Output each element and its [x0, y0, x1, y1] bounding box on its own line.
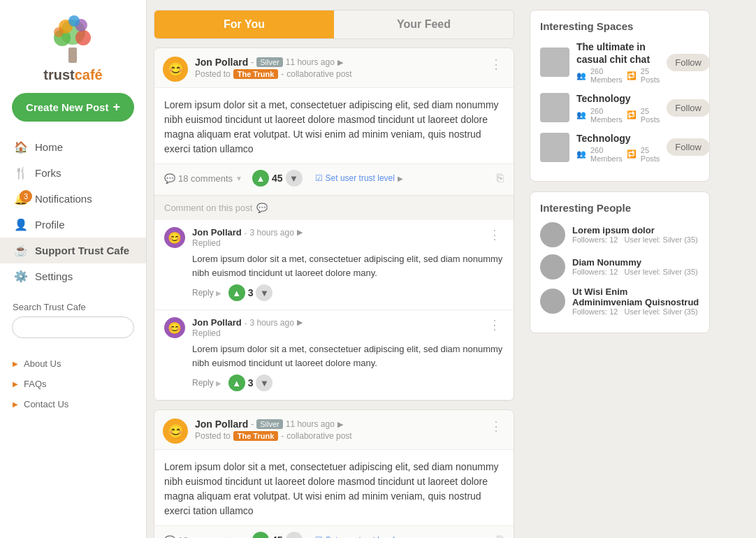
follow-button-1[interactable]: Follow — [667, 99, 710, 117]
space-name-2: Technology — [576, 132, 660, 145]
tab-your-feed[interactable]: Your Feed — [334, 10, 514, 38]
follow-button-2[interactable]: Follow — [667, 138, 710, 156]
nav-menu: 🏠 Home 🍴 Forks 🔔 3 Notifications 👤 Profi… — [0, 134, 146, 289]
notifications-badge: 3 — [20, 190, 32, 203]
footer-link-contact[interactable]: ▶ Contact Us — [0, 394, 146, 414]
tab-for-you[interactable]: For You — [154, 10, 334, 38]
svg-point-6 — [68, 15, 80, 27]
logo-area: trustcafé — [43, 11, 102, 83]
interesting-people-widget: Interesting People Lorem ipsum dolor Fol… — [530, 191, 710, 333]
search-input[interactable] — [12, 317, 134, 338]
reply-label-1: Reply — [192, 288, 214, 298]
posted-to-label-1: Posted to — [195, 69, 231, 79]
sidebar-item-support[interactable]: ☕ Support Trust Cafe — [0, 238, 146, 263]
sidebar-item-forks[interactable]: 🍴 Forks — [0, 160, 146, 186]
people-item-2: Ut Wisi Enim Adminimveniam Quisnostrud F… — [540, 286, 699, 316]
replied-label-2: Replied — [192, 328, 479, 338]
play-icon-2: ▶ — [337, 420, 343, 429]
people-name-2: Ut Wisi Enim Adminimveniam Quisnostrud — [572, 286, 699, 307]
reply-vote-group-1: ▲ 3 ▼ — [228, 284, 273, 301]
sidebar-item-notifications[interactable]: 🔔 3 Notifications — [0, 186, 146, 212]
reply-link-1[interactable]: Reply ▶ — [192, 288, 221, 298]
reply-chevron-1: ▶ — [216, 289, 221, 297]
footer-link-faqs[interactable]: ▶ FAQs — [0, 374, 146, 394]
sidebar-item-settings[interactable]: ⚙️ Settings — [0, 263, 146, 289]
sidebar-label-settings: Settings — [35, 270, 73, 282]
reply-2: 😊 Jon Pollard - 3 hours ago ▶ Replied ⋮ … — [154, 310, 514, 400]
contact-label: Contact Us — [24, 399, 68, 409]
reply-link-2[interactable]: Reply ▶ — [192, 378, 221, 388]
vote-count-1: 45 — [272, 173, 283, 184]
space-thumb-0 — [540, 48, 569, 77]
author-name-2: Jon Pollard — [195, 419, 248, 430]
sidebar-label-support: Support Trust Cafe — [35, 245, 129, 256]
interesting-spaces-widget: Interesting Spaces The ultimate in casua… — [530, 10, 710, 182]
collab-label-1: - — [281, 69, 284, 79]
vote-up-2[interactable]: ▲ — [252, 532, 269, 538]
comments-count-2: 18 comments — [178, 535, 233, 539]
footer-links: ▶ About Us ▶ FAQs ▶ Contact Us — [0, 354, 146, 414]
author-badge-2: Silver — [256, 419, 283, 429]
reply-avatar-1: 😊 — [164, 227, 185, 248]
reply-time-2: 3 hours ago — [249, 318, 293, 328]
post-time-2: 11 hours ago — [286, 419, 335, 429]
sidebar-item-home[interactable]: 🏠 Home — [0, 134, 146, 160]
search-label: Search Trust Cafe — [0, 299, 146, 317]
reply-vote-count-1: 3 — [248, 287, 254, 298]
about-label: About Us — [24, 358, 61, 369]
avatar-2: 😊 — [163, 419, 188, 444]
sidebar-item-profile[interactable]: 👤 Profile — [0, 212, 146, 238]
post-header-2: 😊 Jon Pollard - Silver 11 hours ago ▶ Po… — [154, 410, 514, 450]
author-name-1: Jon Pollard — [195, 57, 248, 68]
checkbox-icon-2: ☑ — [315, 535, 323, 538]
post-card-1: 😊 Jon Pollard - Silver 11 hours ago ▶ Po… — [154, 48, 514, 401]
more-options-icon-1[interactable]: ⋮ — [487, 57, 505, 72]
share-icon-1[interactable]: ⎘ — [497, 172, 504, 184]
comment-bar-1[interactable]: Comment on this post 💬 — [154, 195, 514, 220]
sidebar-label-profile: Profile — [35, 219, 65, 231]
trust-check-2[interactable]: ☑ Set user trust level ▶ — [315, 535, 403, 538]
main-content: For You Your Feed 😊 Jon Pollard - Silver… — [147, 0, 524, 538]
vote-up-1[interactable]: ▲ — [252, 170, 269, 187]
svg-point-3 — [75, 30, 91, 45]
vote-down-1[interactable]: ▼ — [286, 170, 303, 187]
follow-button-0[interactable]: Follow — [667, 54, 710, 71]
reply-more-icon-1[interactable]: ⋮ — [486, 227, 504, 242]
reply-vote-down-1[interactable]: ▼ — [256, 284, 272, 301]
people-item-1: Diam Nonummy Followers: 12 User level: S… — [540, 254, 699, 279]
more-options-icon-2[interactable]: ⋮ — [487, 419, 505, 434]
reply-1: 😊 Jon Pollard - 3 hours ago ▶ Replied ⋮ … — [154, 220, 514, 310]
avatar-1: 😊 — [163, 57, 188, 82]
interesting-people-title: Interesting People — [540, 202, 699, 214]
sidebar-label-notifications: Notifications — [35, 193, 92, 205]
reply-vote-up-1[interactable]: ▲ — [228, 284, 245, 301]
comments-link-2[interactable]: 💬 18 comments ▼ — [164, 535, 242, 539]
space-members-2: 260 Members — [590, 146, 623, 163]
comment-emoji-1: 💬 — [256, 203, 268, 213]
people-item-0: Lorem ipsum dolor Followers: 12 User lev… — [540, 222, 699, 247]
logo-text: trustcafé — [43, 67, 102, 83]
footer-link-about[interactable]: ▶ About Us — [0, 354, 146, 374]
people-followers-0: Followers: 12 — [572, 235, 618, 244]
people-name-1: Diam Nonummy — [572, 257, 698, 268]
create-post-plus-icon: + — [112, 100, 120, 115]
people-avatar-0 — [540, 222, 565, 247]
comments-arrow-1: ▼ — [235, 175, 242, 182]
post-body-2: Lorem ipsum dolor sit a met, consectetue… — [154, 450, 514, 525]
people-level-0: User level: Silver (35) — [625, 235, 698, 244]
reply-vote-down-2[interactable]: ▼ — [256, 375, 272, 391]
reply-vote-up-2[interactable]: ▲ — [228, 375, 245, 391]
reply-vote-count-2: 3 — [248, 377, 254, 388]
trust-check-1[interactable]: ☑ Set user trust level ▶ — [315, 173, 403, 183]
collab-label-2: - — [281, 431, 284, 441]
reply-more-icon-2[interactable]: ⋮ — [486, 317, 504, 333]
space-thumb-2 — [540, 133, 569, 162]
vote-down-2[interactable]: ▼ — [286, 532, 303, 538]
space-members-icon-0: 👥 — [576, 71, 586, 80]
space-thumb-1 — [540, 93, 569, 122]
people-avatar-1 — [540, 254, 565, 279]
settings-icon: ⚙️ — [14, 270, 28, 283]
share-icon-2[interactable]: ⎘ — [497, 534, 504, 538]
create-post-button[interactable]: Create New Post + — [12, 93, 134, 122]
comments-link-1[interactable]: 💬 18 comments ▼ — [164, 173, 242, 184]
